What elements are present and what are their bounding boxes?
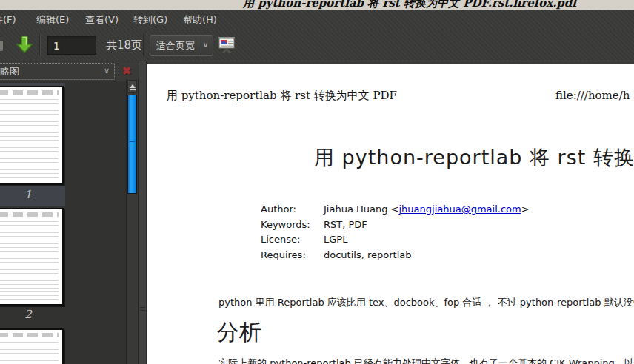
page-number-input[interactable]	[47, 36, 96, 55]
presentation-screen-icon	[216, 35, 237, 55]
close-icon: ✖	[122, 64, 132, 77]
zoom-mode-value: 适合页宽	[156, 36, 195, 55]
thumbnail-list: 1 2	[0, 81, 126, 364]
toolbar-separator	[143, 34, 144, 56]
next-page-button[interactable]	[13, 34, 36, 56]
previous-page-icon[interactable]	[0, 41, 3, 51]
meta-value: RST, PDF	[324, 219, 367, 230]
thumbnail-page-1[interactable]	[0, 86, 64, 185]
scrollbar-up-button[interactable]	[127, 80, 137, 93]
sidebar-scrollbar[interactable]	[126, 79, 139, 364]
thumbnail-label-1[interactable]: 1	[0, 188, 64, 201]
section-heading: 分析	[217, 317, 261, 348]
paragraph-clipped: 实际上新的 python-reportlab 已经有能力处理中文字体，也有了一个…	[218, 357, 634, 364]
meta-label: Requires:	[261, 249, 324, 260]
chevron-down-icon: ∨	[198, 36, 213, 55]
toolbar-separator	[39, 34, 41, 56]
presentation-button[interactable]	[215, 34, 238, 58]
down-arrow-icon	[15, 34, 34, 55]
sidebar-view-value: 缩略图	[0, 64, 19, 79]
window-title: 用 python-reportlab 将 rst 转换为中文 PDF.rst.f…	[243, 0, 577, 10]
page-source-url: file:///home/h	[555, 89, 630, 102]
paragraph: python 里用 Reportlab 应该比用 tex、docbook、fop…	[218, 296, 634, 309]
meta-row-keywords: Keywords:RST, PDF	[261, 219, 530, 235]
email-link[interactable]: jhuangjiahua@gmail.com	[399, 203, 521, 215]
menu-view[interactable]: 查看(V)	[85, 10, 119, 30]
sidebar-close-button[interactable]: ✖	[119, 64, 134, 78]
meta-value: LGPL	[324, 234, 347, 245]
resize-grip-icon	[140, 307, 145, 313]
menu-go[interactable]: 转到(G)	[133, 10, 167, 30]
menu-help[interactable]: 帮助(H)	[183, 10, 217, 30]
toolbar: 共18页 适合页宽 ∨	[0, 30, 634, 61]
meta-value: docutils, reportlab	[324, 249, 412, 260]
menu-bar: 件(F) 编辑(E) 查看(V) 转到(G) 帮助(H)	[0, 10, 634, 30]
pdf-page: 用 python-reportlab 将 rst 转换为中文 PDF file:…	[147, 64, 634, 364]
page-total-label: 共18页	[106, 30, 142, 61]
thumbnail-label-2[interactable]: 2	[0, 308, 64, 321]
meta-row-requires: Requires:docutils, reportlab	[261, 249, 530, 265]
page-running-header: 用 python-reportlab 将 rst 转换为中文 PDF	[167, 89, 397, 103]
thumbnail-page-2[interactable]	[0, 208, 64, 306]
chevron-down-icon: ∨	[104, 64, 110, 79]
scrollbar-thumb[interactable]	[127, 95, 137, 194]
menu-edit[interactable]: 编辑(E)	[36, 10, 69, 30]
meta-label: Author:	[261, 203, 324, 215]
document-view[interactable]: 用 python-reportlab 将 rst 转换为中文 PDF file:…	[147, 61, 634, 364]
document-title: 用 python-reportlab 将 rst 转换为中文 PDF	[314, 144, 634, 171]
menu-file[interactable]: 件(F)	[0, 10, 16, 30]
meta-row-author: Author:Jiahua Huang <jhuangjiahua@gmail.…	[261, 203, 530, 219]
window-titlebar: 用 python-reportlab 将 rst 转换为中文 PDF.rst.f…	[0, 0, 634, 10]
pane-resize-handle[interactable]	[139, 61, 147, 364]
thumbnail-page-3[interactable]	[0, 328, 64, 364]
meta-value-suffix: >	[521, 203, 530, 215]
pdf-viewer-window: 用 python-reportlab 将 rst 转换为中文 PDF.rst.f…	[0, 0, 634, 364]
meta-label: Keywords:	[261, 219, 324, 230]
meta-row-license: License:LGPL	[261, 234, 530, 249]
meta-value: Jiahua Huang <	[324, 203, 399, 215]
sidebar-view-select[interactable]: 缩略图 ∨	[0, 63, 115, 80]
document-metadata: Author:Jiahua Huang <jhuangjiahua@gmail.…	[261, 203, 530, 264]
sidebar: 缩略图 ∨ ✖ 1 2	[0, 61, 139, 364]
scrollbar-grip-icon	[130, 141, 135, 148]
sidebar-header: 缩略图 ∨ ✖	[0, 61, 139, 81]
meta-label: License:	[261, 234, 324, 245]
zoom-mode-select[interactable]: 适合页宽 ∨	[150, 35, 213, 56]
